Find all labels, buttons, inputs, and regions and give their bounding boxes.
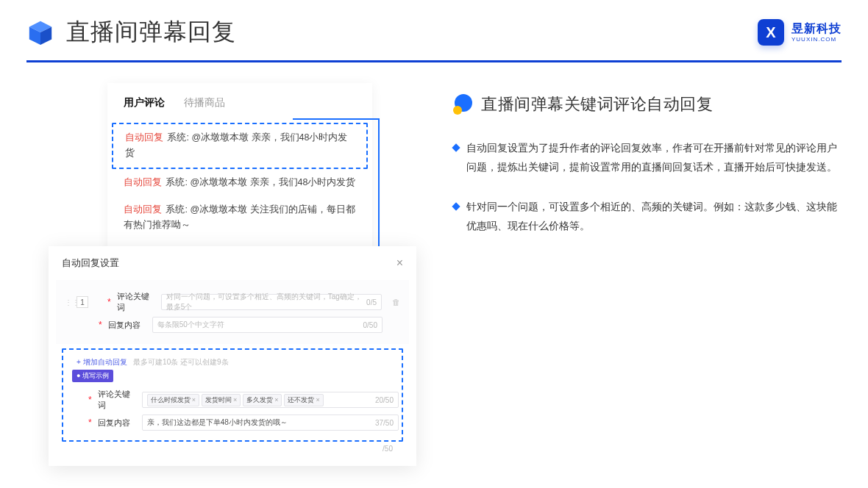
page-title: 直播间弹幕回复 bbox=[66, 16, 236, 49]
section-title-row: 直播间弹幕关键词评论自动回复 bbox=[453, 93, 842, 115]
comment-row: 自动回复 系统: @冰墩墩本墩 亲亲，我们48小时内发货 bbox=[112, 169, 368, 196]
drag-handle-icon[interactable]: ⋮⋮ bbox=[65, 298, 71, 306]
required-dot: * bbox=[99, 320, 102, 330]
required-dot: * bbox=[107, 297, 111, 307]
bullet-text: 针对同一个问题，可设置多个相近的、高频的关键词。例如：这款多少钱、这块能优惠吗、… bbox=[466, 198, 842, 236]
auto-reply-tag: 自动回复 bbox=[124, 204, 162, 215]
add-auto-reply-row: + 增加自动回复 最多可建10条 还可以创建9条 bbox=[66, 354, 399, 367]
settings-form-group: ⋮⋮ 1 * 评论关键词 对同一个问题，可设置多个相近、高频的关键词，Tag确定… bbox=[56, 280, 409, 344]
order-number: 1 bbox=[77, 296, 88, 308]
example-tag-list: 什么时候发货× 发货时间× 多久发货× 还不发货× bbox=[147, 394, 324, 406]
connector-line bbox=[293, 118, 378, 120]
keyword-label: 评论关键词 bbox=[117, 291, 155, 313]
settings-card: 自动回复设置 × ⋮⋮ 1 * 评论关键词 对同一个问题，可设置多个相近、高频的… bbox=[49, 246, 416, 466]
section-heading: 直播间弹幕关键词评论自动回复 bbox=[481, 93, 713, 115]
brand-name-en: YUUXIN.COM bbox=[791, 37, 842, 43]
settings-title: 自动回复设置 bbox=[62, 256, 119, 270]
page-header: 直播间弹幕回复 X 昱新科技 YUUXIN.COM bbox=[0, 0, 868, 60]
example-badge: ● 填写示例 bbox=[72, 370, 113, 382]
cube-icon bbox=[26, 18, 54, 46]
brand-hex-icon: X bbox=[758, 19, 784, 46]
form-line-content: * 回复内容 每条限50个中文字符 0/50 bbox=[65, 317, 400, 333]
example-keyword-count: 20/50 bbox=[375, 396, 394, 404]
content-input[interactable]: 每条限50个中文字符 0/50 bbox=[152, 317, 383, 333]
keyword-count: 0/5 bbox=[366, 298, 377, 306]
form-line-keyword: ⋮⋮ 1 * 评论关键词 对同一个问题，可设置多个相近、高频的关键词，Tag确定… bbox=[65, 291, 400, 313]
extra-count: /50 bbox=[56, 442, 409, 453]
example-content-line: * 回复内容 亲，我们这边都是下单48小时内发货的哦～ 37/50 bbox=[88, 415, 399, 431]
content-count: 0/50 bbox=[363, 321, 377, 329]
bullet-item: 针对同一个问题，可设置多个相近的、高频的关键词。例如：这款多少钱、这块能优惠吗、… bbox=[453, 198, 842, 236]
brand-name-cn: 昱新科技 bbox=[791, 23, 842, 35]
bullet-text: 自动回复设置为了提升作者的评论回复效率，作者可在开播前针对常见的评论用户问题，提… bbox=[466, 139, 842, 177]
right-column: 直播间弹幕关键词评论自动回复 自动回复设置为了提升作者的评论回复效率，作者可在开… bbox=[424, 83, 842, 466]
keyword-placeholder: 对同一个问题，可设置多个相近、高频的关键词，Tag确定，最多5个 bbox=[166, 292, 366, 312]
required-dot: * bbox=[88, 417, 92, 428]
delete-icon[interactable]: 🗑 bbox=[392, 298, 400, 306]
keyword-tag[interactable]: 多久发货× bbox=[243, 394, 282, 406]
remove-tag-icon[interactable]: × bbox=[316, 396, 319, 403]
content-label: 回复内容 bbox=[98, 417, 136, 428]
bullet-list: 自动回复设置为了提升作者的评论回复效率，作者可在开播前针对常见的评论用户问题，提… bbox=[453, 139, 842, 236]
brand-text: 昱新科技 YUUXIN.COM bbox=[791, 23, 842, 43]
brand-logo: X 昱新科技 YUUXIN.COM bbox=[758, 19, 842, 46]
example-content-count: 37/50 bbox=[375, 419, 394, 427]
remove-tag-icon[interactable]: × bbox=[274, 396, 278, 403]
example-keyword-input[interactable]: 什么时候发货× 发货时间× 多久发货× 还不发货× 20/50 bbox=[142, 392, 399, 408]
example-block: + 增加自动回复 最多可建10条 还可以创建9条 ● 填写示例 * 评论关键词 … bbox=[62, 348, 403, 442]
auto-reply-tag: 自动回复 bbox=[124, 177, 162, 187]
comment-row: 自动回复 系统: @冰墩墩本墩 关注我们的店铺，每日都有热门推荐呦～ bbox=[112, 196, 368, 240]
add-auto-reply-link[interactable]: + 增加自动回复 bbox=[69, 358, 127, 366]
close-icon[interactable]: × bbox=[396, 256, 403, 270]
left-column: 用户评论 待播商品 自动回复 系统: @冰墩墩本墩 亲亲，我们48小时内发货 自… bbox=[26, 83, 424, 466]
example-content-input[interactable]: 亲，我们这边都是下单48小时内发货的哦～ 37/50 bbox=[142, 415, 399, 431]
remove-tag-icon[interactable]: × bbox=[192, 396, 196, 403]
main-content: 用户评论 待播商品 自动回复 系统: @冰墩墩本墩 亲亲，我们48小时内发货 自… bbox=[0, 62, 868, 466]
keyword-tag[interactable]: 什么时候发货× bbox=[147, 394, 199, 406]
comments-card: 用户评论 待播商品 自动回复 系统: @冰墩墩本墩 亲亲，我们48小时内发货 自… bbox=[107, 83, 372, 252]
content-label: 回复内容 bbox=[108, 320, 146, 331]
content-placeholder: 每条限50个中文字符 bbox=[157, 320, 224, 330]
example-content-text: 亲，我们这边都是下单48小时内发货的哦～ bbox=[147, 417, 288, 428]
comment-text: 系统: @冰墩墩本墩 亲亲，我们48小时内发货 bbox=[166, 177, 355, 187]
header-left: 直播间弹幕回复 bbox=[26, 16, 236, 49]
keyword-tag[interactable]: 发货时间× bbox=[202, 394, 241, 406]
comment-row-highlighted: 自动回复 系统: @冰墩墩本墩 亲亲，我们48小时内发货 bbox=[112, 123, 368, 169]
add-auto-reply-hint: 最多可建10条 还可以创建9条 bbox=[133, 358, 228, 366]
keyword-tag[interactable]: 还不发货× bbox=[284, 394, 323, 406]
required-dot: * bbox=[88, 395, 92, 405]
bullet-item: 自动回复设置为了提升作者的评论回复效率，作者可在开播前针对常见的评论用户问题，提… bbox=[453, 139, 842, 177]
tab-user-comments[interactable]: 用户评论 bbox=[124, 96, 165, 112]
keyword-label: 评论关键词 bbox=[98, 389, 136, 411]
chat-bubble-icon bbox=[453, 94, 474, 115]
diamond-icon bbox=[452, 202, 460, 210]
tab-pending-products[interactable]: 待播商品 bbox=[184, 96, 225, 112]
diamond-icon bbox=[452, 143, 460, 151]
remove-tag-icon[interactable]: × bbox=[233, 396, 237, 403]
keyword-input[interactable]: 对同一个问题，可设置多个相近、高频的关键词，Tag确定，最多5个 0/5 bbox=[161, 294, 382, 310]
auto-reply-tag: 自动回复 bbox=[125, 132, 163, 143]
settings-header: 自动回复设置 × bbox=[56, 256, 409, 276]
brand-logo-letter: X bbox=[766, 24, 775, 41]
example-keyword-line: * 评论关键词 什么时候发货× 发货时间× 多久发货× 还不发货× 20/50 bbox=[88, 389, 399, 411]
